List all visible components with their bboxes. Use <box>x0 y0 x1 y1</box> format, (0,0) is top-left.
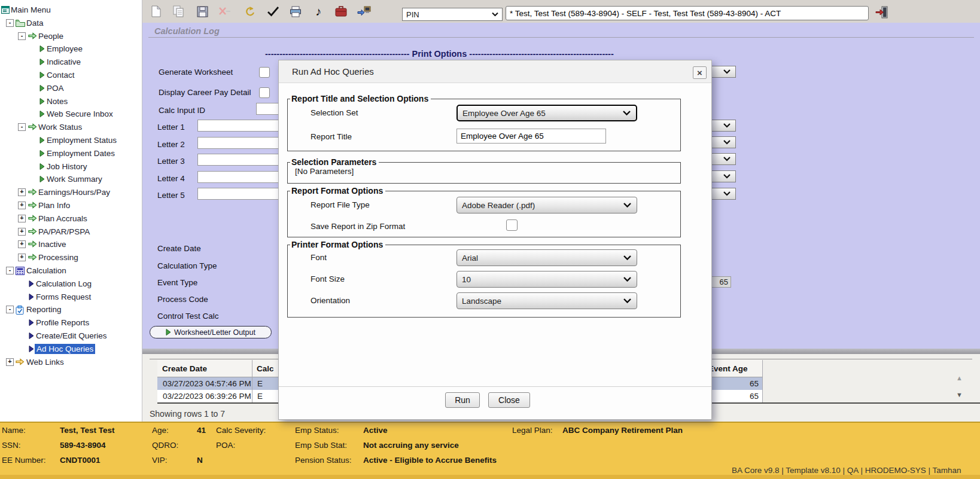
emp-sub-stat-value: Not accruing any service <box>363 441 459 450</box>
letter3-label: Letter 3 <box>157 157 185 166</box>
tree-item-processing[interactable]: + Processing <box>0 252 142 264</box>
tree-item-inactive[interactable]: + Inactive <box>0 239 142 251</box>
emp-status-label: Emp Status: <box>295 426 339 435</box>
refresh-button[interactable] <box>242 4 257 19</box>
jump-arrow-icon <box>28 202 37 210</box>
letter4-label: Letter 4 <box>157 174 185 183</box>
tree-item-ad-hoc-queries[interactable]: Ad Hoc Queries <box>0 344 142 355</box>
grid-header-create-date[interactable]: Create Date <box>157 360 252 377</box>
dialog-footer-divider <box>279 386 711 387</box>
collapse-toggle[interactable]: - <box>18 123 26 131</box>
selection-set-select[interactable]: Employee Over Age 65 <box>456 105 637 121</box>
tree-item-web-secure-inbox[interactable]: Web Secure Inbox <box>0 109 142 120</box>
ssn-label: SSN: <box>2 441 21 450</box>
report-file-type-select[interactable]: Adobe Reader (.pdf) <box>456 197 637 213</box>
generate-worksheet-checkbox[interactable] <box>259 67 270 78</box>
expand-toggle[interactable]: + <box>6 358 14 366</box>
font-select[interactable]: Arial <box>456 249 637 266</box>
tree-item-work-summary[interactable]: Work Summary <box>0 174 142 185</box>
save-button[interactable] <box>194 4 210 19</box>
legal-plan-label: Legal Plan: <box>512 426 553 435</box>
validate-button[interactable] <box>265 4 281 19</box>
dialog-close-button[interactable]: × <box>693 66 707 79</box>
tree-item-web-links[interactable]: + Web Links <box>0 357 142 368</box>
ee-number-value: CNDT0001 <box>60 456 101 465</box>
worksheet-letter-output-button[interactable]: Worksheet/Letter Output <box>150 326 272 338</box>
tree-item-plan-info[interactable]: + Plan Info <box>0 200 142 212</box>
collapse-toggle[interactable]: - <box>18 32 26 40</box>
expand-toggle[interactable]: + <box>18 188 26 196</box>
tree-item-people[interactable]: - People <box>0 31 142 42</box>
tree-item-notes[interactable]: Notes <box>0 96 142 108</box>
exit-button[interactable] <box>874 4 890 20</box>
tree-item-contact[interactable]: Contact <box>0 70 142 81</box>
ssn-value: 589-43-8904 <box>60 441 106 450</box>
age-label: Age: <box>152 426 169 435</box>
save-zip-checkbox[interactable] <box>506 219 518 231</box>
tree-item-poa[interactable]: POA <box>0 83 142 94</box>
create-date-label: Create Date <box>157 244 201 253</box>
chevron-down-icon <box>723 157 731 161</box>
tree-item-calculation-log[interactable]: Calculation Log <box>0 279 142 290</box>
collapse-toggle[interactable]: - <box>6 306 14 313</box>
tree-item-job-history[interactable]: Job History <box>0 161 142 173</box>
grid-row-count: Showing rows 1 to 7 <box>150 409 225 419</box>
scroll-up-icon[interactable]: ▲ <box>956 374 963 382</box>
letter1-label: Letter 1 <box>157 123 185 132</box>
print-options-header: ----------------------------------------… <box>265 49 614 59</box>
tree-item-employment-dates[interactable]: Employment Dates <box>0 148 142 160</box>
tree-item-create-edit-queries[interactable]: Create/Edit Queries <box>0 331 142 342</box>
tree-item-plan-accruals[interactable]: + Plan Accruals <box>0 213 142 225</box>
dialog-close-footer-button[interactable]: Close <box>488 392 530 408</box>
tree-item-reporting[interactable]: - Reporting <box>0 304 142 316</box>
display-career-pay-checkbox[interactable] <box>259 87 270 98</box>
collapse-toggle[interactable]: - <box>6 267 14 274</box>
computer-arrow-icon <box>357 6 371 17</box>
scroll-down-icon[interactable]: ▼ <box>956 391 963 398</box>
tree-item-profile-reports[interactable]: Profile Reports <box>0 318 142 329</box>
font-size-label: Font Size <box>311 274 345 283</box>
display-career-pay-label: Display Career Pay Detail <box>159 88 251 97</box>
tree-item-main-menu[interactable]: Main Menu <box>0 5 142 16</box>
tree-item-pa-par-pspa[interactable]: + PA/PAR/PSPA <box>0 227 142 238</box>
run-button[interactable]: Run <box>445 392 480 408</box>
letter5-label: Letter 5 <box>157 191 185 200</box>
orientation-label: Orientation <box>311 296 350 305</box>
collapse-toggle[interactable]: - <box>6 19 14 27</box>
chevron-down-icon <box>723 123 731 128</box>
tree-item-employee[interactable]: Employee <box>0 44 142 55</box>
leaf-arrow-icon <box>39 150 45 158</box>
font-size-select[interactable]: 10 <box>456 271 637 288</box>
person-search-field[interactable] <box>506 6 869 20</box>
expand-toggle[interactable]: + <box>18 202 26 209</box>
print-button[interactable] <box>288 4 303 19</box>
copy-button[interactable] <box>171 4 187 19</box>
expand-toggle[interactable]: + <box>18 215 26 222</box>
tree-item-indicative[interactable]: Indicative <box>0 57 142 68</box>
title-rule <box>148 37 974 38</box>
vip-value: N <box>197 456 203 465</box>
tree-item-data[interactable]: - Data <box>0 18 142 29</box>
tree-item-employment-status[interactable]: Employment Status <box>0 135 142 147</box>
sound-button[interactable]: ♪ <box>311 4 326 19</box>
expand-toggle[interactable]: + <box>18 254 26 261</box>
tree-item-calculation[interactable]: - Calculation <box>0 266 142 277</box>
chevron-down-icon <box>723 140 731 145</box>
orientation-select[interactable]: Landscape <box>456 292 637 309</box>
tree-item-work-status[interactable]: - Work Status <box>0 122 142 133</box>
selection-set-label: Selection Set <box>311 108 358 117</box>
leaf-arrow-icon <box>39 45 45 54</box>
tree-item-earnings-hours-pay[interactable]: + Earnings/Hours/Pay <box>0 187 142 199</box>
new-record-button[interactable] <box>148 4 164 19</box>
delete-button[interactable] <box>217 4 233 19</box>
tree-item-forms-request[interactable]: Forms Request <box>0 292 142 303</box>
status-row-3: EE Number: CNDT0001 VIP: N Pension Statu… <box>0 456 980 465</box>
report-title-input[interactable] <box>456 129 606 144</box>
emp-status-value: Active <box>363 426 388 435</box>
run-process-button[interactable] <box>356 4 372 19</box>
briefcase-button[interactable] <box>333 4 349 19</box>
expand-toggle[interactable]: + <box>18 228 26 236</box>
record-type-select[interactable]: PIN <box>402 8 503 21</box>
expand-toggle[interactable]: + <box>18 240 26 248</box>
leaf-arrow-icon <box>39 110 45 119</box>
